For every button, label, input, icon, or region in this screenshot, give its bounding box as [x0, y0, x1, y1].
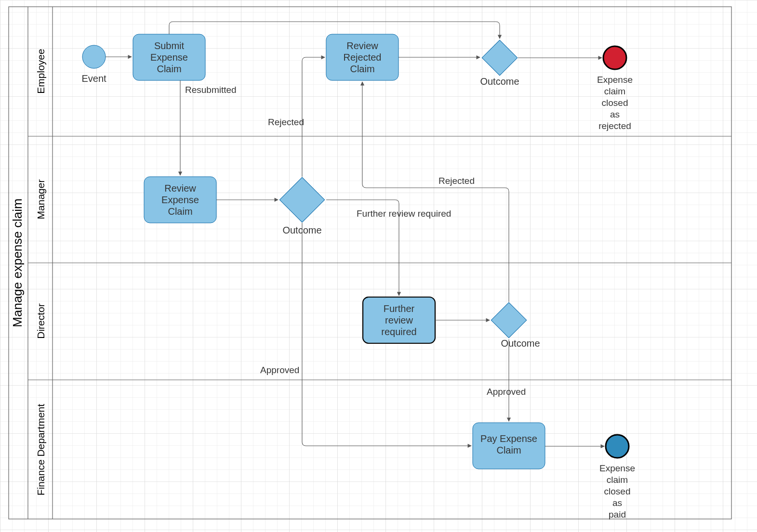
svg-text:Expense: Expense — [161, 195, 199, 205]
svg-text:Pay Expense: Pay Expense — [480, 433, 537, 444]
label-resubmitted: Resubmitted — [185, 85, 237, 95]
svg-point-5 — [82, 45, 106, 68]
label-approved-2: Approved — [487, 387, 526, 397]
end-event-paid[interactable]: Expense claim closed as paid — [599, 435, 635, 519]
svg-text:required: required — [381, 326, 416, 337]
lane-label-employee: Employee — [35, 49, 46, 93]
svg-text:Claim: Claim — [157, 64, 181, 74]
svg-text:claim: claim — [607, 475, 628, 485]
pool-title: Manage expense claim — [10, 198, 25, 327]
svg-text:paid: paid — [609, 509, 626, 519]
gateway-employee-outcome-label: Outcome — [480, 76, 519, 87]
bpmn-diagram: Manage expense claim Employee Manager Di… — [0, 0, 757, 532]
svg-text:rejected: rejected — [598, 121, 631, 131]
gateway-director-outcome[interactable]: Outcome — [491, 302, 540, 349]
flow-dir-rejected — [362, 82, 509, 302]
task-submit-expense-claim[interactable]: Submit Expense Claim — [133, 34, 205, 80]
svg-text:claim: claim — [604, 86, 625, 96]
task-review-rejected-claim[interactable]: Review Rejected Claim — [326, 34, 398, 80]
label-approved-1: Approved — [260, 365, 299, 375]
svg-text:as: as — [610, 109, 620, 119]
svg-text:Rejected: Rejected — [344, 52, 382, 63]
start-event-label: Event — [81, 73, 106, 84]
svg-text:Review: Review — [164, 183, 196, 194]
lane-label-director: Director — [35, 303, 46, 339]
end-event-rejected[interactable]: Expense claim closed as rejected — [597, 46, 633, 131]
svg-text:Expense: Expense — [597, 75, 633, 85]
start-event[interactable]: Event — [81, 45, 106, 84]
lane-label-finance: Finance Department — [35, 404, 46, 495]
svg-point-34 — [606, 435, 629, 458]
gateway-employee-outcome[interactable]: Outcome — [480, 40, 519, 87]
lane-label-manager: Manager — [35, 180, 46, 220]
svg-rect-14 — [482, 40, 518, 76]
task-further-review[interactable]: Further review required — [363, 297, 435, 343]
svg-text:as: as — [612, 498, 622, 508]
gateway-director-outcome-label: Outcome — [501, 338, 540, 349]
svg-text:Further: Further — [384, 303, 415, 314]
svg-text:Review: Review — [346, 40, 378, 51]
task-pay-expense-claim[interactable]: Pay Expense Claim — [473, 423, 545, 469]
svg-text:Submit: Submit — [154, 40, 185, 51]
label-rejected-2: Rejected — [438, 176, 475, 186]
svg-rect-30 — [491, 302, 527, 338]
svg-text:closed: closed — [604, 486, 631, 496]
label-further-review: Further review required — [357, 208, 451, 219]
flow-mgr-rejected — [302, 57, 325, 177]
svg-text:Claim: Claim — [168, 206, 192, 217]
svg-point-15 — [603, 46, 626, 69]
svg-text:Expense: Expense — [599, 463, 635, 473]
svg-rect-25 — [279, 177, 324, 222]
svg-text:Expense: Expense — [150, 52, 188, 63]
svg-text:Claim: Claim — [350, 64, 374, 74]
svg-text:closed: closed — [602, 98, 628, 108]
svg-text:review: review — [385, 315, 413, 325]
label-rejected-1: Rejected — [268, 117, 304, 127]
task-review-expense-claim[interactable]: Review Expense Claim — [144, 177, 216, 223]
svg-text:Claim: Claim — [496, 445, 521, 455]
